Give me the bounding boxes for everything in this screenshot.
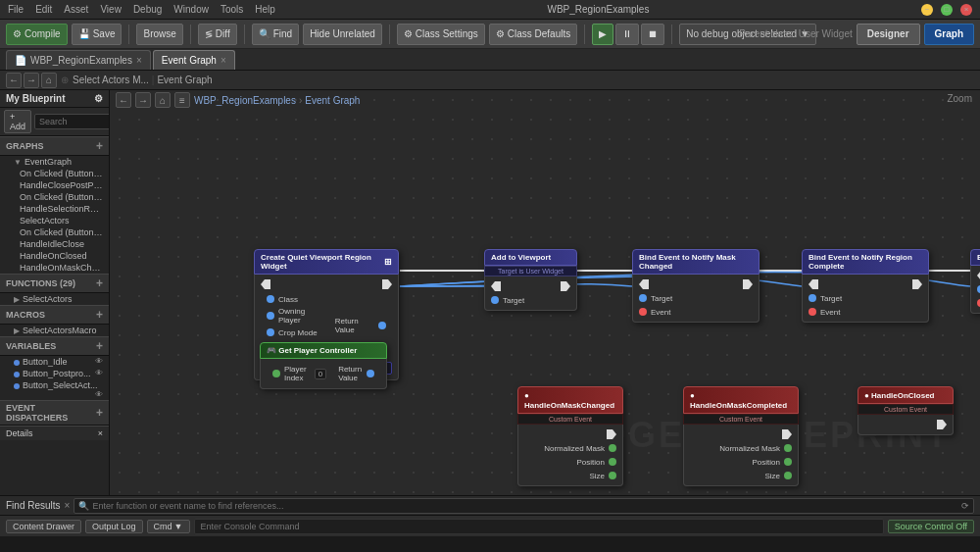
event-dispatchers-add-icon[interactable]: + <box>96 406 103 420</box>
node-settings-icon[interactable]: ⊞ <box>384 257 392 267</box>
sidebar-item-handle-selection[interactable]: HandleSelectionRegionCom... <box>0 203 109 215</box>
graph-nav-home[interactable]: ⌂ <box>155 92 171 108</box>
macros-add-icon[interactable]: + <box>96 308 103 322</box>
event-dispatchers-section-header[interactable]: EVENT DISPATCHERS + <box>0 400 109 426</box>
sidebar-item-select-actors[interactable]: SelectActors <box>0 215 109 226</box>
play-button[interactable]: ▶ <box>592 24 613 45</box>
variables-section-header[interactable]: VARIABLES + <box>0 336 109 356</box>
var-button-postpro[interactable]: Button_Postpro... 👁 <box>0 368 109 379</box>
class-defaults-button[interactable]: ⚙ Class Defaults <box>489 24 577 45</box>
menu-help[interactable]: Help <box>255 4 275 15</box>
add-button[interactable]: + Add <box>4 110 31 133</box>
event-graph-item[interactable]: ▼EventGraph <box>0 156 109 168</box>
graph-nav-settings[interactable]: ≡ <box>174 92 190 108</box>
pause-button[interactable]: ⏸ <box>615 24 639 45</box>
nav-forward-button[interactable]: → <box>24 73 39 88</box>
var-button-idle[interactable]: Button_Idle 👁 <box>0 356 109 368</box>
find-results-input[interactable] <box>92 501 958 511</box>
console-input[interactable] <box>194 519 884 534</box>
node-title-add-viewport: Add to Viewport <box>491 253 551 262</box>
var-button-select-act[interactable]: Button_SelectAct... 👁 <box>0 379 109 400</box>
minimize-button[interactable]: − <box>921 4 933 16</box>
select-actors-macro-item[interactable]: ▶SelectActorsMacro <box>0 325 109 336</box>
content-drawer-button[interactable]: Content Drawer <box>6 520 81 533</box>
node-title-create-widget: Create Quiet Viewport Region Widget <box>261 253 384 271</box>
bind-mask-changed-node[interactable]: Bind Event to Notify Mask Changed Target… <box>632 249 760 323</box>
functions-section-header[interactable]: FUNCTIONS (29) + <box>0 274 109 293</box>
var-visibility-icon[interactable]: 👁 <box>95 357 103 366</box>
diff-button[interactable]: ≶ Diff <box>198 24 237 45</box>
cmd-button[interactable]: Cmd ▼ <box>147 520 190 533</box>
player-index-value[interactable]: 0 <box>315 369 326 379</box>
menu-debug[interactable]: Debug <box>133 4 162 15</box>
blueprint-tab[interactable]: 📄 WBP_RegionExamples × <box>6 50 151 70</box>
hide-unrelated-button[interactable]: Hide Unrelated <box>303 24 382 45</box>
pin-row-bind-mask-exec <box>633 277 759 291</box>
sidebar-item-handle-idle-close[interactable]: HandleIdleClose <box>0 238 109 250</box>
handle-mask-completed-node[interactable]: ● HandleOnMaskCompleted Custom Event Nor… <box>683 386 799 486</box>
bind-region-complete-node[interactable]: Bind Event to Notify Region Complete Tar… <box>802 249 929 323</box>
graphs-section-header[interactable]: GRAPHS + <box>0 136 109 156</box>
designer-mode-button[interactable]: Designer <box>857 24 920 45</box>
close-button[interactable]: × <box>960 4 972 16</box>
macros-section-header[interactable]: MACROS + <box>0 305 109 325</box>
menu-edit[interactable]: Edit <box>35 4 52 15</box>
pin-row-exec-in <box>255 277 398 291</box>
browse-button[interactable]: Browse <box>136 24 182 45</box>
menu-file[interactable]: File <box>8 4 24 15</box>
nav-back-button[interactable]: ← <box>6 73 22 88</box>
event-graph-tab-close-icon[interactable]: × <box>220 55 226 66</box>
graph-nav-back[interactable]: ← <box>116 92 131 108</box>
my-blueprint-settings-icon[interactable]: ⚙ <box>94 93 103 104</box>
save-button[interactable]: 💾 Save <box>72 24 122 45</box>
tab-close-icon[interactable]: × <box>136 55 142 66</box>
blueprint-search-input[interactable] <box>34 114 110 129</box>
nav-home-button[interactable]: ⌂ <box>41 73 57 88</box>
event-graph-tab[interactable]: Event Graph × <box>153 50 235 70</box>
var-visibility-icon-3[interactable]: 👁 <box>95 390 103 399</box>
handle-on-closed-node[interactable]: ● HandleOnClosed Custom Event <box>858 386 954 435</box>
find-button[interactable]: 🔍 Find <box>252 24 299 45</box>
maximize-button[interactable]: □ <box>941 4 953 16</box>
graph-mode-button[interactable]: Graph <box>924 24 974 45</box>
menu-tools[interactable]: Tools <box>220 4 243 15</box>
nav-controls: ← → ⌂ <box>6 73 57 88</box>
sidebar-item-on-clicked-2[interactable]: On Clicked (Button_SelectA... <box>0 191 109 203</box>
handle-on-closed-subtitle: Custom Event <box>858 404 954 415</box>
class-settings-button[interactable]: ⚙ Class Settings <box>397 24 485 45</box>
graph-nav-forward[interactable]: → <box>135 92 151 108</box>
bind-event-close-node[interactable]: Bind Event to Close Target Event <box>970 249 980 314</box>
output-log-button[interactable]: Output Log <box>85 520 143 533</box>
stop-button[interactable]: ⏹ <box>641 24 664 45</box>
source-control-button[interactable]: Source Control Off <box>888 520 974 533</box>
breadcrumb-root[interactable]: WBP_RegionExamples <box>194 95 296 106</box>
graph-area[interactable]: ← → ⌂ ≡ WBP_RegionExamples › Event Graph… <box>110 90 980 495</box>
get-player-controller-node[interactable]: 🎮 Get Player Controller Player Index 0 R… <box>260 342 387 389</box>
menu-view[interactable]: View <box>100 4 122 15</box>
handle-mask-changed-node[interactable]: ● HandleOnMaskChanged Custom Event Norma… <box>517 386 623 486</box>
my-blueprint-label: My Blueprint <box>6 93 66 104</box>
breadcrumb-sep-icon: ⊕ <box>61 75 69 85</box>
main-area: My Blueprint ⚙ + Add ⚙ GRAPHS + ▼EventGr… <box>0 90 980 495</box>
add-to-viewport-node[interactable]: Add to Viewport Target is User Widget Ta… <box>484 249 577 311</box>
find-results-close-icon[interactable]: × <box>65 500 71 511</box>
breadcrumb-current[interactable]: Event Graph <box>305 95 360 106</box>
details-close-icon[interactable]: × <box>98 428 103 438</box>
menu-asset[interactable]: Asset <box>64 4 88 15</box>
graphs-add-icon[interactable]: + <box>96 139 103 153</box>
functions-add-icon[interactable]: + <box>96 276 103 290</box>
var-visibility-icon-2[interactable]: 👁 <box>95 369 103 377</box>
sidebar-item-handle-close[interactable]: HandleClosePostProcessMa... <box>0 179 109 191</box>
menu-window[interactable]: Window <box>173 4 209 15</box>
pin-row-bind-region-target: Target <box>803 291 928 305</box>
toolbar-sep-6 <box>671 25 672 44</box>
pin-row-owning-player: Owning Player <box>261 306 329 326</box>
compile-button[interactable]: ⚙ Compile <box>6 24 68 45</box>
sidebar-item-on-clicked-idle[interactable]: On Clicked (Button_Idle) <box>0 226 109 238</box>
sidebar-item-handle-on-closed[interactable]: HandleOnClosed <box>0 250 109 262</box>
pin-row-hm-exec <box>518 427 622 441</box>
sidebar-item-handle-on-mask[interactable]: HandleOnMaskChanged <box>0 262 109 274</box>
select-actors-func-item[interactable]: ▶SelectActors <box>0 293 109 305</box>
sidebar-item-on-clicked-1[interactable]: On Clicked (Button_Postpr... <box>0 168 109 179</box>
variables-add-icon[interactable]: + <box>96 339 103 353</box>
